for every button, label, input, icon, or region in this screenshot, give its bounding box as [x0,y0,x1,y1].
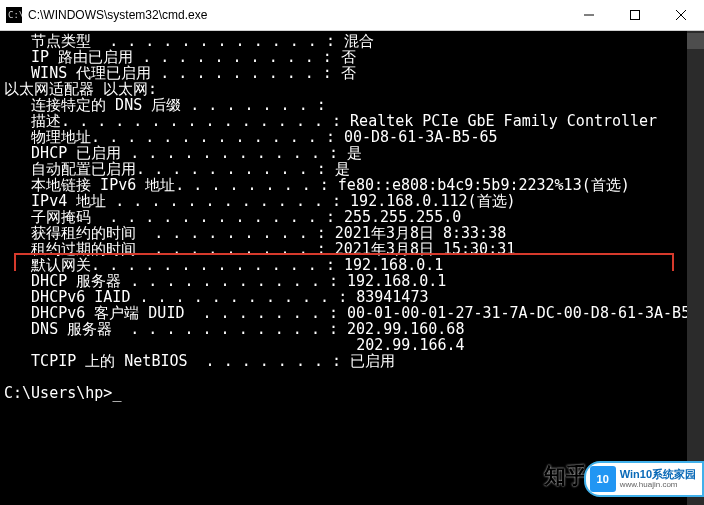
console-line: 自动配置已启用. . . . . . . . . . : 是 [4,161,704,177]
console-line [4,369,704,385]
line-value: 混合 [344,33,374,49]
brand-watermark: 10 Win10系统家园 www.huajin.com [584,461,704,497]
line-value: 255.255.255.0 [344,209,461,225]
console-line: TCPIP 上的 NetBIOS . . . . . . . : 已启用 [4,353,704,369]
line-label: 以太网适配器 以太网: [4,81,157,97]
scrollbar-thumb[interactable] [687,33,704,49]
prompt-line: C:\Users\hp>_ [4,385,704,401]
line-label: DHCP 已启用 . . . . . . . . . . . : [4,145,347,161]
line-label: 自动配置已启用. . . . . . . . . . : [4,161,335,177]
console-line: DHCP 服务器 . . . . . . . . . . . : 192.168… [4,273,704,289]
console-line: DHCPv6 客户端 DUID . . . . . . . : 00-01-00… [4,305,704,321]
line-label: 描述. . . . . . . . . . . . . . . : [4,113,350,129]
window-controls [566,0,704,30]
line-label: 租约过期的时间 . . . . . . . . . : [4,241,335,257]
console-line: 连接特定的 DNS 后缀 . . . . . . . : [4,97,704,113]
line-value: 是 [335,161,350,177]
console-line: 节点类型 . . . . . . . . . . . . : 混合 [4,33,704,49]
line-value: 202.99.160.68 [347,321,464,337]
line-label: DHCPv6 客户端 DUID . . . . . . . : [4,305,347,321]
line-value: Realtek PCIe GbE Family Controller [350,113,657,129]
line-value: 是 [347,145,362,161]
line-label: WINS 代理已启用 . . . . . . . . . : [4,65,341,81]
line-label: DNS 服务器 . . . . . . . . . . . : [4,321,347,337]
prompt: C:\Users\hp> [4,385,112,401]
console-area[interactable]: 节点类型 . . . . . . . . . . . . : 混合 IP 路由已… [0,31,704,505]
console-line: 物理地址. . . . . . . . . . . . . : 00-D8-61… [4,129,704,145]
line-label: IP 路由已启用 . . . . . . . . . . : [4,49,341,65]
line-label: 获得租约的时间 . . . . . . . . . : [4,225,335,241]
console-line: 202.99.166.4 [4,337,704,353]
console-output: 节点类型 . . . . . . . . . . . . : 混合 IP 路由已… [0,31,704,401]
window-title: C:\WINDOWS\system32\cmd.exe [28,8,566,22]
titlebar[interactable]: C:\ C:\WINDOWS\system32\cmd.exe [0,0,704,31]
line-label: IPv4 地址 . . . . . . . . . . . . : [4,193,350,209]
line-value: 否 [341,65,356,81]
console-line: 租约过期的时间 . . . . . . . . . : 2021年3月8日 15… [4,241,704,257]
line-value: 192.168.0.112(首选) [350,193,515,209]
line-value: 已启用 [350,353,395,369]
console-line: IP 路由已启用 . . . . . . . . . . : 否 [4,49,704,65]
console-line: WINS 代理已启用 . . . . . . . . . : 否 [4,65,704,81]
cursor: _ [112,385,121,401]
line-label: 连接特定的 DNS 后缀 . . . . . . . : [4,97,335,113]
line-value: 83941473 [356,289,428,305]
console-line: 本地链接 IPv6 地址. . . . . . . . : fe80::e808… [4,177,704,193]
line-label: 物理地址. . . . . . . . . . . . . : [4,129,344,145]
line-value: 202.99.166.4 [356,337,464,353]
line-label: TCPIP 上的 NetBIOS . . . . . . . : [4,353,350,369]
line-value: 2021年3月8日 15:30:31 [335,241,515,257]
line-label: DHCPv6 IAID . . . . . . . . . . . : [4,289,356,305]
console-line: 以太网适配器 以太网: [4,81,704,97]
svg-text:C:\: C:\ [8,10,22,20]
console-line: 子网掩码 . . . . . . . . . . . . : 255.255.2… [4,209,704,225]
line-value: 192.168.0.1 [344,257,443,273]
line-value: 192.168.0.1 [347,273,446,289]
close-button[interactable] [658,0,704,30]
maximize-button[interactable] [612,0,658,30]
line-label: DHCP 服务器 . . . . . . . . . . . : [4,273,347,289]
line-value: 00-D8-61-3A-B5-65 [344,129,498,145]
brand-logo-icon: 10 [590,466,616,492]
line-label: 子网掩码 . . . . . . . . . . . . : [4,209,344,225]
cmd-icon: C:\ [6,7,22,23]
line-value: 2021年3月8日 8:33:38 [335,225,506,241]
vertical-scrollbar[interactable] [687,31,704,505]
line-value: 否 [341,49,356,65]
console-line: 获得租约的时间 . . . . . . . . . : 2021年3月8日 8:… [4,225,704,241]
console-line: DHCPv6 IAID . . . . . . . . . . . : 8394… [4,289,704,305]
brand-text: Win10系统家园 www.huajin.com [620,468,696,490]
line-value: 00-01-00-01-27-31-7A-DC-00-D8-61-3A-B5-6… [347,305,704,321]
line-label: 节点类型 . . . . . . . . . . . . : [4,33,344,49]
line-value: fe80::e808:b4c9:5b9:2232%13(首选) [338,177,630,193]
console-line: IPv4 地址 . . . . . . . . . . . . : 192.16… [4,193,704,209]
line-label: 本地链接 IPv6 地址. . . . . . . . : [4,177,338,193]
console-line: 描述. . . . . . . . . . . . . . . : Realte… [4,113,704,129]
console-line: DHCP 已启用 . . . . . . . . . . . : 是 [4,145,704,161]
console-line: DNS 服务器 . . . . . . . . . . . : 202.99.1… [4,321,704,337]
minimize-button[interactable] [566,0,612,30]
zhihu-watermark: 知乎 [544,461,588,491]
console-line: 默认网关. . . . . . . . . . . . . : 192.168.… [4,257,704,273]
cmd-window: C:\ C:\WINDOWS\system32\cmd.exe 节点类型 . .… [0,0,704,505]
svg-rect-3 [631,11,640,20]
line-label: 默认网关. . . . . . . . . . . . . : [4,257,344,273]
line-label [4,337,356,353]
